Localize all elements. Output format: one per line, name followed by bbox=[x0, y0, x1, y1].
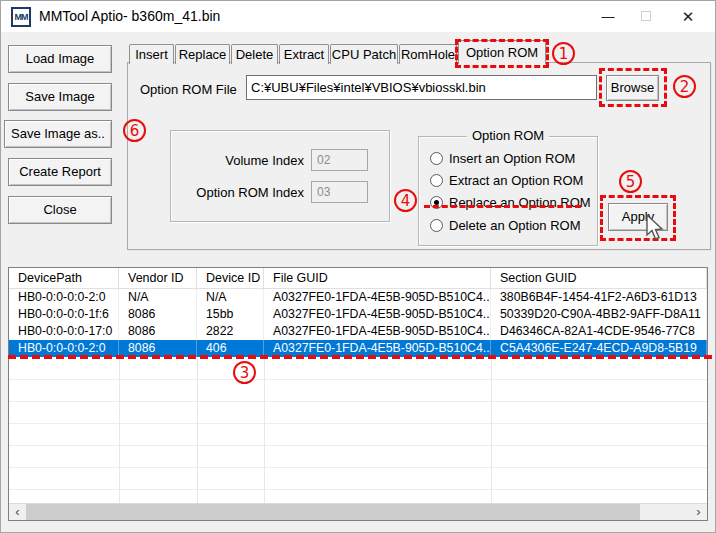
annotation-6: 6 bbox=[123, 119, 146, 142]
horizontal-scrollbar[interactable]: ‹ › bbox=[9, 503, 707, 520]
scrollbar-thumb[interactable] bbox=[26, 504, 640, 520]
minimize-button[interactable]: — bbox=[593, 1, 623, 32]
tab-extract[interactable]: Extract bbox=[279, 44, 329, 64]
table-header: DevicePath Vendor ID Device ID File GUID… bbox=[9, 268, 707, 289]
create-report-button[interactable]: Create Report bbox=[8, 158, 112, 186]
radio-icon bbox=[430, 196, 443, 209]
col-section-guid[interactable]: Section GUID bbox=[491, 268, 707, 288]
option-rom-file-label: Option ROM File bbox=[140, 82, 237, 97]
close-button[interactable]: ✕ bbox=[673, 1, 703, 32]
tab-cpu-patch[interactable]: CPU Patch bbox=[330, 44, 398, 64]
radio-replace-option-rom[interactable]: Replace an Option ROM bbox=[430, 194, 591, 210]
radio-delete-option-rom[interactable]: Delete an Option ROM bbox=[430, 217, 581, 233]
tab-replace[interactable]: Replace bbox=[175, 44, 230, 64]
option-rom-table: DevicePath Vendor ID Device ID File GUID… bbox=[8, 267, 708, 521]
browse-button[interactable]: Browse bbox=[606, 75, 659, 101]
volume-index-field: 02 bbox=[311, 149, 368, 171]
tab-insert[interactable]: Insert bbox=[129, 44, 174, 64]
option-rom-groupbox: Option ROM Insert an Option ROM Extract … bbox=[418, 136, 598, 246]
oprom-index-label: Option ROM Index bbox=[179, 185, 304, 200]
annotation-1: 1 bbox=[552, 42, 575, 65]
maximize-icon bbox=[641, 11, 651, 21]
radio-icon bbox=[430, 152, 443, 165]
table-row-selected[interactable]: HB0-0:0-0:0-2:08086 406A0327FE0-1FDA-4E5… bbox=[9, 340, 707, 357]
load-image-button[interactable]: Load Image bbox=[8, 45, 112, 73]
mouse-cursor-icon bbox=[644, 213, 666, 243]
radio-insert-option-rom[interactable]: Insert an Option ROM bbox=[430, 150, 575, 166]
tab-strip: Insert Replace Delete Extract CPU Patch … bbox=[129, 40, 547, 64]
radio-extract-option-rom[interactable]: Extract an Option ROM bbox=[430, 172, 583, 188]
index-groupbox: Volume Index 02 Option ROM Index 03 bbox=[170, 130, 390, 222]
volume-index-label: Volume Index bbox=[179, 153, 304, 168]
tab-delete[interactable]: Delete bbox=[231, 44, 278, 64]
table-row[interactable]: HB0-0:0-0:0-2:0N/A N/AA0327FE0-1FDA-4E5B… bbox=[9, 289, 707, 306]
col-file-guid[interactable]: File GUID bbox=[264, 268, 491, 288]
titlebar: MM MMTool Aptio- b360m_41.bin — ✕ bbox=[1, 1, 715, 32]
col-vendor-id[interactable]: Vendor ID bbox=[119, 268, 197, 288]
annotation-4: 4 bbox=[394, 189, 417, 212]
tab-romhole[interactable]: RomHole bbox=[399, 44, 457, 64]
radio-icon bbox=[430, 219, 443, 232]
oprom-index-field: 03 bbox=[311, 181, 368, 203]
annotation-5: 5 bbox=[619, 170, 642, 193]
annotation-2: 2 bbox=[673, 75, 696, 98]
save-image-button[interactable]: Save Image bbox=[8, 83, 112, 111]
annotation-3: 3 bbox=[233, 361, 256, 384]
option-rom-file-input[interactable] bbox=[246, 75, 597, 100]
app-window: MM MMTool Aptio- b360m_41.bin — ✕ Load I… bbox=[0, 0, 716, 533]
scroll-right-icon[interactable]: › bbox=[690, 504, 707, 520]
option-rom-group-title: Option ROM bbox=[467, 128, 549, 143]
close-app-button[interactable]: Close bbox=[8, 196, 112, 224]
col-devicepath[interactable]: DevicePath bbox=[9, 268, 119, 288]
app-icon: MM bbox=[11, 7, 31, 27]
col-device-id[interactable]: Device ID bbox=[197, 268, 264, 288]
save-image-as-button[interactable]: Save Image as.. bbox=[4, 120, 112, 148]
tab-option-rom[interactable]: Option ROM bbox=[458, 40, 546, 64]
table-row[interactable]: HB0-0:0-0:0-1f:68086 15bbA0327FE0-1FDA-4… bbox=[9, 306, 707, 323]
table-row[interactable]: HB0-0:0-0:0-17:08086 2822A0327FE0-1FDA-4… bbox=[9, 323, 707, 340]
radio-icon bbox=[430, 174, 443, 187]
window-title: MMTool Aptio- b360m_41.bin bbox=[39, 1, 220, 32]
table-empty-area bbox=[9, 358, 707, 503]
scroll-left-icon[interactable]: ‹ bbox=[9, 504, 26, 520]
maximize-button bbox=[631, 1, 661, 32]
